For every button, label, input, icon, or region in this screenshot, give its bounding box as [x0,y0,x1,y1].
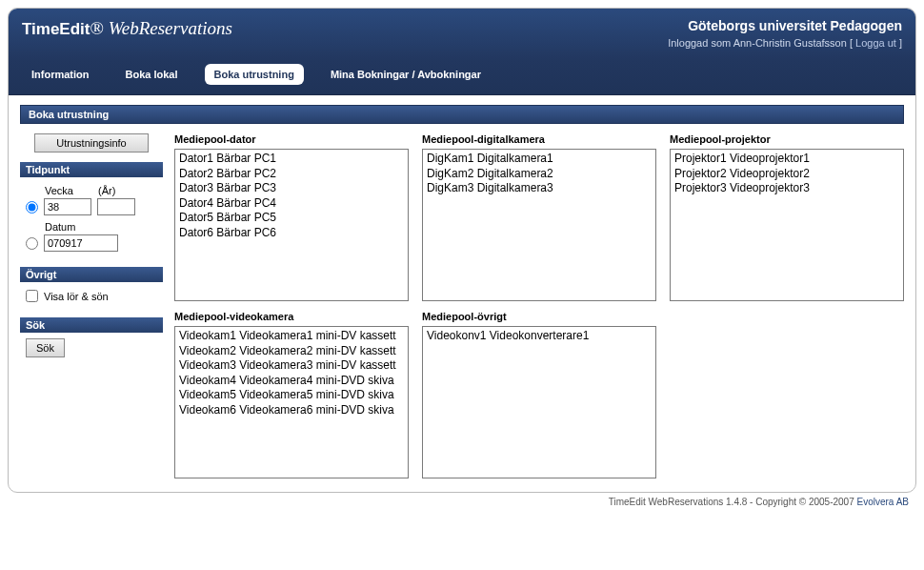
vecka-radio[interactable] [26,201,38,214]
footer-link[interactable]: Evolvera AB [857,497,909,507]
pool-digitalkamera: Mediepool-digitalkamera DigKam1 Digitalk… [422,133,656,301]
logged-in-user: Ann-Christin Gustafsson [733,37,847,49]
pool-projektor: Mediepool-projektor Projektor1 Videoproj… [670,133,904,301]
list-item[interactable]: Videokam5 Videokamera5 mini-DVD skiva [179,388,404,403]
list-item[interactable]: Videokam1 Videokamera1 mini-DV kassett [179,329,404,344]
datum-radio[interactable] [26,237,38,250]
nav-mina-bokningar[interactable]: Mina Bokningar / Avbokningar [321,64,491,85]
list-item[interactable]: Projektor1 Videoprojektor1 [674,152,899,167]
list-item[interactable]: Dator6 Bärbar PC6 [179,226,404,241]
list-item[interactable]: Videokam4 Videokamera4 mini-DVD skiva [179,374,404,389]
pool-ovrigt: Mediepool-övrigt Videokonv1 Videokonvert… [422,311,656,478]
main-nav: Information Boka lokal Boka utrustning M… [22,64,902,94]
list-item[interactable]: DigKam1 Digitalkamera1 [427,152,652,167]
nav-boka-utrustning[interactable]: Boka utrustning [205,64,304,85]
pool-list-dator[interactable]: Dator1 Bärbar PC1 Dator2 Bärbar PC2 Dato… [174,149,409,301]
footer-text: TimeEdit WebReservations 1.4.8 - Copyrig… [609,497,857,507]
vecka-label: Vecka [45,185,92,196]
pool-list-projektor[interactable]: Projektor1 Videoprojektor1 Projektor2 Vi… [670,149,904,301]
logged-in-prefix: Inloggad som [668,37,733,49]
sidebar: Utrustningsinfo Tidpunkt Vecka (År) [20,133,163,478]
ovrigt-header: Övrigt [20,267,163,282]
app-header: TimeEdit® WebReservations Göteborgs univ… [9,9,915,95]
list-item[interactable]: Dator2 Bärbar PC2 [179,167,404,182]
visa-lor-son-checkbox[interactable] [26,290,38,302]
visa-lor-son-row[interactable]: Visa lör & sön [26,290,157,302]
list-item[interactable]: DigKam2 Digitalkamera2 [427,167,652,182]
pool-title: Mediepool-övrigt [422,311,656,322]
pool-title: Mediepool-dator [174,133,409,145]
pool-videokamera: Mediepool-videokamera Videokam1 Videokam… [174,311,409,478]
visa-lor-son-label: Visa lör & sön [44,291,109,302]
tidpunkt-header: Tidpunkt [20,162,163,177]
brand-logo: TimeEdit® WebReservations [22,18,232,39]
search-button[interactable]: Sök [26,338,65,357]
list-item[interactable]: Dator4 Bärbar PC4 [179,196,404,212]
sok-header: Sök [20,317,163,333]
pool-list-digitalkamera[interactable]: DigKam1 Digitalkamera1 DigKam2 Digitalka… [422,149,656,301]
pool-list-ovrigt[interactable]: Videokonv1 Videokonverterare1 [422,326,656,478]
ar-label: (År) [98,185,115,196]
equipment-grid: Mediepool-dator Dator1 Bärbar PC1 Dator2… [174,133,904,478]
pool-list-videokamera[interactable]: Videokam1 Videokamera1 mini-DV kassett V… [174,326,409,478]
list-item[interactable]: Projektor3 Videoprojektor3 [674,181,899,196]
pool-title: Mediepool-videokamera [174,311,409,322]
ar-input[interactable] [97,198,135,215]
org-title: Göteborgs universitet Pedagogen [668,18,902,33]
list-item[interactable]: Dator5 Bärbar PC5 [179,211,404,226]
datum-label: Datum [45,221,75,233]
vecka-input[interactable] [44,198,91,215]
nav-information[interactable]: Information [22,64,99,85]
list-item[interactable]: Videokam2 Videokamera2 mini-DV kassett [179,344,404,359]
pool-title: Mediepool-projektor [670,133,904,145]
section-title: Boka utrustning [20,105,904,124]
datum-input[interactable] [44,234,118,252]
list-item[interactable]: Dator3 Bärbar PC3 [179,181,404,196]
equipment-info-button[interactable]: Utrustningsinfo [34,133,149,153]
list-item[interactable]: Videokam3 Videokamera3 mini-DV kassett [179,358,404,374]
footer: TimeEdit WebReservations 1.4.8 - Copyrig… [8,493,916,507]
pool-dator: Mediepool-dator Dator1 Bärbar PC1 Dator2… [174,133,409,301]
list-item[interactable]: DigKam3 Digitalkamera3 [427,181,652,196]
pool-title: Mediepool-digitalkamera [422,133,656,145]
list-item[interactable]: Videokam6 Videokamera6 mini-DVD skiva [179,403,404,418]
list-item[interactable]: Projektor2 Videoprojektor2 [674,167,899,182]
list-item[interactable]: Dator1 Bärbar PC1 [179,152,404,167]
logout-link[interactable]: Logga ut [855,37,896,49]
list-item[interactable]: Videokonv1 Videokonverterare1 [427,329,652,344]
org-info: Göteborgs universitet Pedagogen Inloggad… [668,18,902,49]
nav-boka-lokal[interactable]: Boka lokal [116,64,188,85]
